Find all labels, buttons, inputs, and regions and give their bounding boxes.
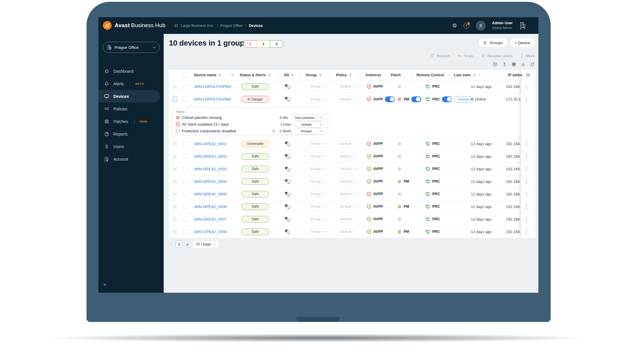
user-info[interactable]: Admin User Global Admin [492,21,513,30]
row-expander[interactable]: + [172,154,177,159]
sidebar-item-reports[interactable]: Reports [98,128,164,140]
sidebar-item-account[interactable]: Account [98,153,164,165]
breadcrumb-item[interactable]: Large Business Acc. [181,24,214,28]
add-device-button[interactable]: + Device [510,38,535,47]
resolve-alerts-button[interactable]: Resolve alerts [481,54,513,58]
group-dropdown[interactable]: Group [307,96,328,103]
policy-dropdown[interactable]: Default [337,228,358,235]
row-expander[interactable]: + [172,141,177,146]
row-expander[interactable]: + [172,217,177,222]
filter-icon[interactable] [478,74,481,77]
policy-dropdown[interactable]: Default [337,140,358,148]
row-height-icon[interactable] [502,62,507,67]
row-checkbox[interactable] [183,179,188,184]
column-antivirus[interactable]: Antivirus [365,70,381,80]
download-icon[interactable] [521,62,526,67]
group-dropdown[interactable]: Group [307,83,328,90]
filter-icon[interactable] [384,74,388,77]
sidebar-item-alerts[interactable]: Alerts | BETA [98,77,164,90]
row-checkbox[interactable] [183,141,188,146]
safe-count-badge[interactable]: 8 [270,40,284,48]
alert-action-button[interactable]: Restart [295,128,324,134]
row-menu-kebab[interactable] [525,178,528,185]
row-menu-kebab[interactable] [525,83,528,90]
home-icon[interactable] [174,23,178,28]
group-dropdown[interactable]: Group [307,140,328,148]
row-checkbox[interactable] [183,154,188,159]
device-name-link[interactable]: WIN-OPE42_0003 [194,167,227,171]
row-checkbox[interactable] [183,204,188,209]
device-name-link[interactable]: WIN-OPE42_0007 [194,217,227,221]
groups-button[interactable]: Groups [479,38,507,47]
column-policy[interactable]: Policy [336,70,352,80]
row-expander[interactable]: + [172,84,177,89]
filter-icon[interactable] [410,74,413,77]
remote-control-toggle[interactable] [442,96,452,102]
policy-dropdown[interactable]: Default [337,190,358,198]
row-menu-kebab[interactable] [525,228,528,235]
avatar[interactable] [476,21,486,31]
group-dropdown[interactable]: Group [307,203,328,210]
prev-page-button[interactable]: < [170,242,172,247]
row-expander[interactable]: + [172,229,177,234]
device-name-link[interactable]: WIN-O3POLFGIZMA [194,97,231,101]
company-switcher-icon[interactable] [519,22,526,30]
row-menu-kebab[interactable] [525,203,528,210]
column-status-alerts[interactable]: Status & Alerts [240,70,270,80]
row-checkbox[interactable] [183,97,188,102]
row-checkbox[interactable] [183,217,188,222]
group-dropdown[interactable]: Group [307,228,328,235]
row-menu-kebab[interactable] [525,96,528,103]
policy-dropdown[interactable]: Default [337,96,358,103]
row-menu-kebab[interactable] [525,141,528,147]
row-menu-kebab[interactable] [525,191,528,197]
row-expander[interactable]: + [172,192,177,197]
row-menu-kebab[interactable] [525,166,528,172]
restart-button[interactable]: Restart [430,54,450,58]
filter-icon[interactable] [298,74,302,77]
policy-dropdown[interactable]: Default [337,153,358,160]
group-dropdown[interactable]: Group [307,190,328,198]
column-last-seen[interactable]: Last seen [454,70,476,80]
policy-dropdown[interactable]: Default [337,216,358,223]
next-page-button[interactable]: > [186,242,189,247]
help-icon[interactable]: ? [464,23,469,29]
device-name-link[interactable]: WIN-OPE42_0006 [194,204,227,209]
warning-count-badge[interactable]: 1 [257,40,270,48]
column-device-name[interactable]: Device name [194,70,221,80]
sidebar-item-dashboard[interactable]: Dashboard [98,65,164,77]
column-patch[interactable]: Patch [391,70,401,80]
search-icon[interactable] [230,73,234,77]
filter-icon[interactable] [328,74,331,77]
filter-icon[interactable] [358,74,361,77]
policy-dropdown[interactable]: Default [337,165,358,173]
column-remote-control[interactable]: Remote Control [416,70,444,80]
row-expander[interactable]: + [172,179,177,184]
device-name-link[interactable]: WIN-OPE42_0001 [194,142,227,146]
group-dropdown[interactable]: Group [307,165,328,173]
device-name-link[interactable]: WIN-O3POLFGIPMS [194,84,231,89]
refresh-icon[interactable] [530,62,535,67]
row-menu-kebab[interactable] [525,153,528,160]
gear-icon[interactable]: ⚙ [452,23,457,28]
sidebar-item-users[interactable]: Users [98,140,164,153]
row-expander[interactable]: + [172,204,177,209]
column-os[interactable]: OS [284,70,294,80]
table-view-icon[interactable] [511,62,516,67]
sidebar-item-patches[interactable]: Patches | NEW [98,115,164,128]
more-button[interactable]: More [520,53,535,59]
filter-icon[interactable] [276,74,280,77]
row-menu-kebab[interactable] [525,216,528,223]
group-dropdown[interactable]: Group [307,216,328,223]
alert-action-button[interactable]: View patches [292,115,324,121]
scan-button[interactable]: Scan [457,54,473,58]
policy-dropdown[interactable]: Default [337,178,358,185]
row-checkbox[interactable] [183,229,188,234]
row-checkbox[interactable] [183,84,188,89]
filter-icon[interactable] [448,74,451,77]
select-all-checkbox[interactable] [183,73,188,78]
policy-dropdown[interactable]: Default [337,83,358,90]
sidebar-collapse-button[interactable]: « [103,281,106,287]
column-group[interactable]: Group [306,70,322,80]
patch-toggle[interactable] [411,96,421,102]
